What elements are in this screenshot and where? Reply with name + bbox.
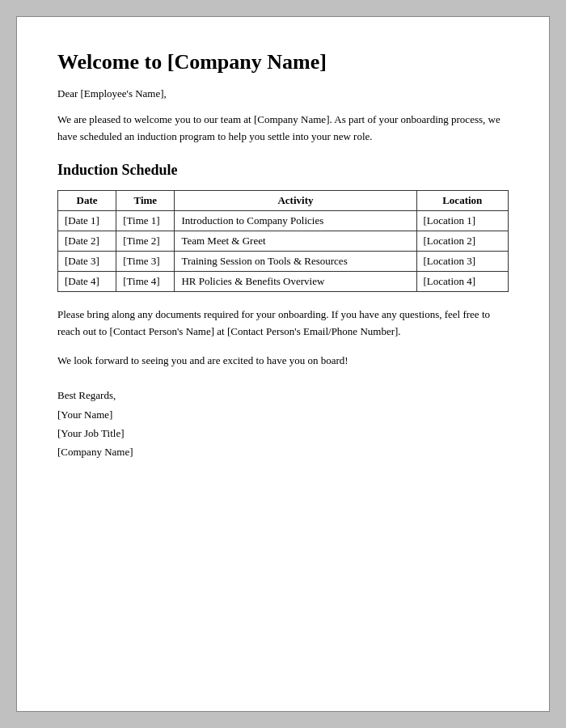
- row-0-date: [Date 1]: [58, 210, 116, 231]
- row-3-date: [Date 4]: [58, 271, 116, 291]
- schedule-table: Date Time Activity Location [Date 1][Tim…: [57, 190, 509, 292]
- table-row: [Date 2][Time 2]Team Meet & Greet[Locati…: [58, 231, 509, 251]
- document-title: Welcome to [Company Name]: [57, 49, 509, 74]
- signature-salutation: Best Regards,: [57, 389, 116, 401]
- table-row: [Date 3][Time 3]Training Session on Tool…: [58, 251, 509, 271]
- col-header-activity: Activity: [175, 190, 416, 210]
- table-row: [Date 1][Time 1]Introduction to Company …: [58, 210, 509, 231]
- col-header-location: Location: [416, 190, 508, 210]
- row-0-time: [Time 1]: [116, 210, 175, 231]
- row-2-time: [Time 3]: [116, 251, 175, 271]
- col-header-date: Date: [58, 190, 116, 210]
- row-1-date: [Date 2]: [58, 231, 116, 251]
- row-0-activity: Introduction to Company Policies: [175, 210, 416, 231]
- row-1-time: [Time 2]: [116, 231, 175, 251]
- document-container: Welcome to [Company Name] Dear [Employee…: [16, 16, 550, 712]
- table-row: [Date 4][Time 4]HR Policies & Benefits O…: [58, 271, 509, 291]
- signature-job-title: [Your Job Title]: [57, 427, 125, 439]
- closing-paragraph: We look forward to seeing you and are ex…: [57, 353, 509, 370]
- signature-name: [Your Name]: [57, 408, 112, 421]
- table-header-row: Date Time Activity Location: [58, 190, 509, 210]
- row-3-time: [Time 4]: [116, 271, 175, 291]
- greeting-text: Dear [Employee's Name],: [57, 87, 509, 100]
- row-3-activity: HR Policies & Benefits Overview: [175, 271, 416, 291]
- schedule-heading: Induction Schedule: [57, 162, 509, 179]
- row-3-location: [Location 4]: [416, 271, 508, 291]
- signature-company: [Company Name]: [57, 446, 133, 458]
- row-2-activity: Training Session on Tools & Resources: [175, 251, 416, 271]
- signature-block: Best Regards, [Your Name] [Your Job Titl…: [57, 386, 509, 462]
- col-header-time: Time: [116, 190, 175, 210]
- row-1-location: [Location 2]: [416, 231, 508, 251]
- row-1-activity: Team Meet & Greet: [175, 231, 416, 251]
- footer-paragraph: Please bring along any documents require…: [57, 307, 509, 341]
- row-2-date: [Date 3]: [58, 251, 116, 271]
- intro-paragraph: We are pleased to welcome you to our tea…: [57, 112, 509, 146]
- row-0-location: [Location 1]: [416, 210, 508, 231]
- row-2-location: [Location 3]: [416, 251, 508, 271]
